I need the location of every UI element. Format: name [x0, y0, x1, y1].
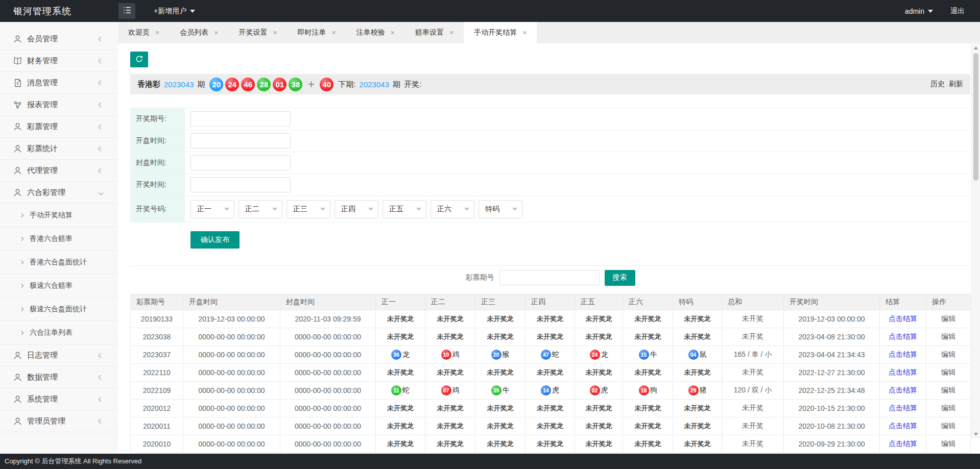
- close-icon[interactable]: ×: [522, 29, 527, 37]
- period-input[interactable]: [190, 111, 291, 127]
- user-menu-dropdown[interactable]: admin: [905, 7, 933, 15]
- sidebar-item-12[interactable]: 极速六合盘面统计: [0, 298, 118, 321]
- column-header-11: 开奖时间: [784, 294, 880, 310]
- chevron-down-icon: [416, 208, 421, 211]
- settle-link[interactable]: 点击结算: [889, 386, 917, 394]
- settle-link[interactable]: 点击结算: [889, 368, 917, 376]
- edit-link[interactable]: 编辑: [941, 368, 955, 376]
- edit-link[interactable]: 编辑: [941, 332, 955, 340]
- search-input[interactable]: [499, 270, 600, 285]
- close-icon[interactable]: ×: [273, 29, 277, 37]
- number-select-3[interactable]: 正四: [334, 200, 378, 218]
- user-icon: [13, 122, 22, 132]
- sidebar-toggle-button[interactable]: [118, 3, 135, 19]
- pending-label: 未开奖龙: [635, 440, 661, 448]
- sidebar-item-11[interactable]: 极速六合赔率: [0, 274, 118, 298]
- close-icon[interactable]: ×: [214, 29, 218, 37]
- next-period-link[interactable]: 2023043: [360, 80, 389, 89]
- settle-link[interactable]: 点击结算: [889, 404, 917, 412]
- edit-link[interactable]: 编辑: [941, 422, 955, 430]
- close-time-input[interactable]: [190, 155, 291, 170]
- sidebar-item-15[interactable]: 数据管理: [0, 366, 118, 388]
- close-icon[interactable]: ×: [391, 29, 395, 37]
- scroll-down-arrow-icon[interactable]: [974, 433, 978, 436]
- chevron-down-icon: [928, 10, 933, 13]
- current-period-link[interactable]: 2023043: [164, 80, 194, 89]
- table-row: 20200110000-00-00 00:00:000000-00-00 00:…: [131, 417, 971, 435]
- book-icon: [13, 56, 22, 66]
- sidebar-item-1[interactable]: 财务管理: [0, 50, 118, 72]
- cell-period: 2023038: [131, 328, 183, 345]
- settle-link[interactable]: 点击结算: [889, 439, 917, 448]
- close-icon[interactable]: ×: [155, 29, 159, 37]
- cell-sum: 120 / 双 / 小: [722, 381, 784, 399]
- settle-link[interactable]: 点击结算: [889, 332, 917, 340]
- user-icon: [13, 166, 22, 176]
- number-select-5[interactable]: 正六: [431, 200, 474, 218]
- sidebar-item-17[interactable]: 管理员管理: [0, 410, 118, 432]
- scroll-up-arrow-icon[interactable]: [974, 46, 978, 50]
- cell-close-time: 0000-00-00 00:00:00: [280, 399, 376, 417]
- sidebar-item-9[interactable]: 香港六合赔率: [0, 227, 118, 251]
- pending-label: 未开奖龙: [487, 404, 514, 412]
- edit-link[interactable]: 编辑: [941, 314, 955, 323]
- tab-2[interactable]: 开奖设置×: [228, 22, 287, 43]
- column-header-9: 特码: [673, 294, 722, 310]
- sidebar-item-13[interactable]: 六合注单列表: [0, 321, 118, 344]
- number-select-4[interactable]: 正五: [383, 200, 426, 218]
- tab-6[interactable]: 手动开奖结算×: [464, 22, 537, 43]
- cell-prize-2: 未开奖龙: [475, 328, 525, 345]
- search-button[interactable]: 搜索: [605, 270, 635, 286]
- sidebar-item-16[interactable]: 系统管理: [0, 388, 118, 410]
- open-time-input[interactable]: [190, 133, 291, 149]
- tab-1[interactable]: 会员列表×: [170, 22, 228, 43]
- sidebar-item-0[interactable]: 会员管理: [0, 28, 118, 50]
- draw-time-input[interactable]: [190, 177, 291, 192]
- sidebar-item-14[interactable]: 日志管理: [0, 344, 118, 366]
- settle-link[interactable]: 点击结算: [889, 350, 917, 358]
- sidebar-item-4[interactable]: 彩票管理: [0, 116, 118, 138]
- sidebar-item-3[interactable]: 报表管理: [0, 94, 118, 116]
- settle-link[interactable]: 点击结算: [889, 422, 917, 430]
- pending-label: 未开奖龙: [387, 404, 414, 412]
- confirm-publish-button[interactable]: 确认发布: [190, 231, 240, 249]
- topbar: 银河管理系统 +新增用户 admin 退出: [0, 0, 980, 22]
- tab-5[interactable]: 赔率设置×: [405, 22, 464, 43]
- pending-label: 未开奖龙: [537, 440, 563, 448]
- tab-3[interactable]: 即时注单×: [288, 22, 346, 43]
- sidebar-item-label: 代理管理: [27, 166, 58, 176]
- add-user-dropdown[interactable]: +新增用户: [154, 7, 195, 16]
- logout-button[interactable]: 退出: [950, 7, 965, 16]
- close-icon[interactable]: ×: [332, 29, 336, 37]
- sidebar-item-10[interactable]: 香港六合盘面统计: [0, 251, 118, 274]
- tab-0[interactable]: 欢迎页×: [118, 22, 170, 43]
- close-icon[interactable]: ×: [449, 29, 453, 37]
- vertical-scrollbar[interactable]: [971, 44, 980, 438]
- cell-prize-1: 未开奖龙: [425, 328, 475, 345]
- edit-link[interactable]: 编辑: [941, 404, 955, 412]
- edit-link[interactable]: 编辑: [941, 439, 955, 448]
- draw-countdown-label: 开奖:: [404, 80, 421, 89]
- number-select-2[interactable]: 正三: [286, 200, 330, 218]
- sidebar-item-2[interactable]: 消息管理: [0, 72, 118, 94]
- chevron-right-icon: [19, 307, 23, 311]
- cell-period: 2022109: [131, 381, 183, 399]
- cell-close-time: 0000-00-00 00:00:00: [280, 435, 376, 453]
- tab-4[interactable]: 注单校验×: [346, 22, 405, 43]
- settle-link[interactable]: 点击结算: [889, 314, 917, 323]
- edit-link[interactable]: 编辑: [941, 386, 955, 394]
- sidebar-item-6[interactable]: 代理管理: [0, 160, 118, 182]
- scrollbar-thumb[interactable]: [973, 53, 978, 181]
- history-link[interactable]: 历史: [930, 80, 945, 89]
- user-icon: [13, 394, 22, 404]
- refresh-button[interactable]: [130, 52, 148, 67]
- sidebar-item-5[interactable]: 彩票统计: [0, 138, 118, 160]
- refresh-link[interactable]: 刷新: [949, 80, 963, 89]
- sidebar-item-7[interactable]: 六合彩管理: [0, 182, 118, 204]
- number-select-1[interactable]: 正二: [238, 200, 282, 218]
- sidebar-item-8[interactable]: 手动开奖结算: [0, 204, 118, 227]
- number-select-6[interactable]: 特码: [479, 200, 522, 218]
- number-select-0[interactable]: 正一: [190, 200, 234, 218]
- cell-prize-0: 未开奖龙: [376, 435, 425, 453]
- edit-link[interactable]: 编辑: [941, 350, 955, 358]
